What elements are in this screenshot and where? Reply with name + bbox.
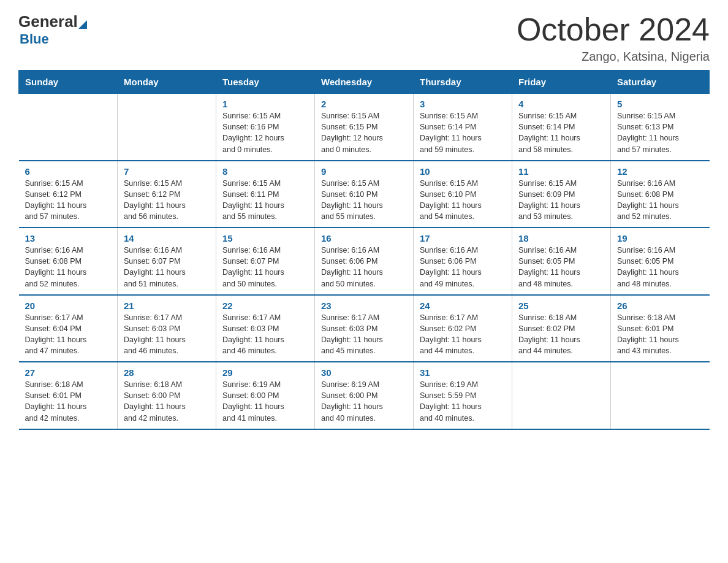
day-info: Sunrise: 6:17 AMSunset: 6:03 PMDaylight:… xyxy=(321,312,407,357)
day-info: Sunrise: 6:15 AMSunset: 6:15 PMDaylight:… xyxy=(321,110,407,155)
calendar-day-cell: 20Sunrise: 6:17 AMSunset: 6:04 PMDayligh… xyxy=(19,295,118,362)
calendar-header-row: SundayMondayTuesdayWednesdayThursdayFrid… xyxy=(19,71,710,94)
day-number: 11 xyxy=(518,166,604,177)
day-info: Sunrise: 6:15 AMSunset: 6:14 PMDaylight:… xyxy=(518,110,604,155)
day-number: 19 xyxy=(617,233,703,243)
day-of-week-header: Wednesday xyxy=(315,71,414,94)
calendar-day-cell: 28Sunrise: 6:18 AMSunset: 6:00 PMDayligh… xyxy=(118,362,216,429)
calendar-day-cell xyxy=(512,362,611,429)
day-of-week-header: Friday xyxy=(512,71,611,94)
day-info: Sunrise: 6:18 AMSunset: 6:01 PMDaylight:… xyxy=(617,312,703,357)
day-info: Sunrise: 6:16 AMSunset: 6:05 PMDaylight:… xyxy=(518,245,604,289)
calendar-title: October 2024 xyxy=(517,12,710,47)
calendar-day-cell: 29Sunrise: 6:19 AMSunset: 6:00 PMDayligh… xyxy=(216,362,315,429)
day-number: 30 xyxy=(321,367,407,378)
day-number: 4 xyxy=(518,99,604,109)
day-number: 3 xyxy=(420,99,506,109)
calendar-day-cell: 21Sunrise: 6:17 AMSunset: 6:03 PMDayligh… xyxy=(118,295,216,362)
day-info: Sunrise: 6:18 AMSunset: 6:01 PMDaylight:… xyxy=(25,379,112,424)
day-number: 9 xyxy=(321,166,407,177)
day-of-week-header: Sunday xyxy=(19,71,118,94)
day-info: Sunrise: 6:15 AMSunset: 6:12 PMDaylight:… xyxy=(25,178,112,223)
calendar-day-cell: 24Sunrise: 6:17 AMSunset: 6:02 PMDayligh… xyxy=(414,295,512,362)
svg-marker-0 xyxy=(78,20,87,29)
calendar-day-cell: 6Sunrise: 6:15 AMSunset: 6:12 PMDaylight… xyxy=(19,161,118,228)
calendar-day-cell: 16Sunrise: 6:16 AMSunset: 6:06 PMDayligh… xyxy=(315,228,414,295)
day-info: Sunrise: 6:15 AMSunset: 6:12 PMDaylight:… xyxy=(124,178,210,223)
day-info: Sunrise: 6:19 AMSunset: 6:00 PMDaylight:… xyxy=(321,379,407,424)
day-number: 8 xyxy=(222,166,308,177)
calendar-day-cell: 9Sunrise: 6:15 AMSunset: 6:10 PMDaylight… xyxy=(315,161,414,228)
day-number: 29 xyxy=(222,367,308,378)
logo: General Blue xyxy=(18,12,92,47)
day-number: 13 xyxy=(25,233,112,243)
title-block: October 2024 Zango, Katsina, Nigeria xyxy=(517,12,710,64)
calendar-week-row: 27Sunrise: 6:18 AMSunset: 6:01 PMDayligh… xyxy=(19,362,710,429)
calendar-day-cell: 18Sunrise: 6:16 AMSunset: 6:05 PMDayligh… xyxy=(512,228,611,295)
day-number: 26 xyxy=(617,301,703,311)
day-info: Sunrise: 6:16 AMSunset: 6:07 PMDaylight:… xyxy=(222,245,308,289)
day-number: 31 xyxy=(420,367,506,378)
day-number: 16 xyxy=(321,233,407,243)
day-number: 20 xyxy=(25,301,112,311)
day-info: Sunrise: 6:15 AMSunset: 6:10 PMDaylight:… xyxy=(321,178,407,223)
day-number: 27 xyxy=(25,367,112,378)
logo-triangle-icon xyxy=(78,15,92,29)
day-of-week-header: Monday xyxy=(118,71,216,94)
day-info: Sunrise: 6:19 AMSunset: 6:00 PMDaylight:… xyxy=(222,379,308,424)
day-number: 21 xyxy=(124,301,210,311)
day-number: 1 xyxy=(222,99,308,109)
page-header: General Blue October 2024 Zango, Katsina… xyxy=(18,12,710,64)
calendar-subtitle: Zango, Katsina, Nigeria xyxy=(517,50,710,64)
calendar-day-cell: 25Sunrise: 6:18 AMSunset: 6:02 PMDayligh… xyxy=(512,295,611,362)
calendar-day-cell: 11Sunrise: 6:15 AMSunset: 6:09 PMDayligh… xyxy=(512,161,611,228)
day-of-week-header: Tuesday xyxy=(216,71,315,94)
calendar-day-cell xyxy=(19,94,118,161)
day-number: 12 xyxy=(617,166,703,177)
day-info: Sunrise: 6:15 AMSunset: 6:16 PMDaylight:… xyxy=(222,110,308,155)
day-info: Sunrise: 6:16 AMSunset: 6:06 PMDaylight:… xyxy=(420,245,506,289)
day-info: Sunrise: 6:16 AMSunset: 6:06 PMDaylight:… xyxy=(321,245,407,289)
calendar-day-cell: 23Sunrise: 6:17 AMSunset: 6:03 PMDayligh… xyxy=(315,295,414,362)
day-info: Sunrise: 6:18 AMSunset: 6:00 PMDaylight:… xyxy=(124,379,210,424)
day-number: 18 xyxy=(518,233,604,243)
day-number: 15 xyxy=(222,233,308,243)
day-of-week-header: Thursday xyxy=(414,71,512,94)
calendar-day-cell: 10Sunrise: 6:15 AMSunset: 6:10 PMDayligh… xyxy=(414,161,512,228)
calendar-day-cell: 26Sunrise: 6:18 AMSunset: 6:01 PMDayligh… xyxy=(611,295,710,362)
logo-general: General xyxy=(18,12,78,31)
calendar-day-cell: 8Sunrise: 6:15 AMSunset: 6:11 PMDaylight… xyxy=(216,161,315,228)
day-of-week-header: Saturday xyxy=(611,71,710,94)
calendar-week-row: 13Sunrise: 6:16 AMSunset: 6:08 PMDayligh… xyxy=(19,228,710,295)
day-info: Sunrise: 6:16 AMSunset: 6:07 PMDaylight:… xyxy=(124,245,210,289)
calendar-day-cell: 3Sunrise: 6:15 AMSunset: 6:14 PMDaylight… xyxy=(414,94,512,161)
calendar-week-row: 1Sunrise: 6:15 AMSunset: 6:16 PMDaylight… xyxy=(19,94,710,161)
calendar-day-cell: 2Sunrise: 6:15 AMSunset: 6:15 PMDaylight… xyxy=(315,94,414,161)
day-info: Sunrise: 6:16 AMSunset: 6:08 PMDaylight:… xyxy=(617,178,703,223)
calendar-day-cell: 15Sunrise: 6:16 AMSunset: 6:07 PMDayligh… xyxy=(216,228,315,295)
calendar-day-cell: 4Sunrise: 6:15 AMSunset: 6:14 PMDaylight… xyxy=(512,94,611,161)
day-number: 23 xyxy=(321,301,407,311)
day-info: Sunrise: 6:17 AMSunset: 6:03 PMDaylight:… xyxy=(222,312,308,357)
calendar-day-cell: 30Sunrise: 6:19 AMSunset: 6:00 PMDayligh… xyxy=(315,362,414,429)
day-number: 5 xyxy=(617,99,703,109)
calendar-day-cell xyxy=(611,362,710,429)
day-number: 6 xyxy=(25,166,112,177)
day-info: Sunrise: 6:16 AMSunset: 6:05 PMDaylight:… xyxy=(617,245,703,289)
day-info: Sunrise: 6:15 AMSunset: 6:10 PMDaylight:… xyxy=(420,178,506,223)
calendar-day-cell xyxy=(118,94,216,161)
calendar-week-row: 6Sunrise: 6:15 AMSunset: 6:12 PMDaylight… xyxy=(19,161,710,228)
day-info: Sunrise: 6:17 AMSunset: 6:02 PMDaylight:… xyxy=(420,312,506,357)
logo-blue: Blue xyxy=(20,31,92,47)
calendar-day-cell: 7Sunrise: 6:15 AMSunset: 6:12 PMDaylight… xyxy=(118,161,216,228)
calendar-day-cell: 31Sunrise: 6:19 AMSunset: 5:59 PMDayligh… xyxy=(414,362,512,429)
calendar-day-cell: 27Sunrise: 6:18 AMSunset: 6:01 PMDayligh… xyxy=(19,362,118,429)
day-info: Sunrise: 6:17 AMSunset: 6:04 PMDaylight:… xyxy=(25,312,112,357)
day-info: Sunrise: 6:15 AMSunset: 6:14 PMDaylight:… xyxy=(420,110,506,155)
calendar-week-row: 20Sunrise: 6:17 AMSunset: 6:04 PMDayligh… xyxy=(19,295,710,362)
calendar-day-cell: 22Sunrise: 6:17 AMSunset: 6:03 PMDayligh… xyxy=(216,295,315,362)
day-number: 28 xyxy=(124,367,210,378)
day-info: Sunrise: 6:15 AMSunset: 6:13 PMDaylight:… xyxy=(617,110,703,155)
day-info: Sunrise: 6:17 AMSunset: 6:03 PMDaylight:… xyxy=(124,312,210,357)
day-number: 2 xyxy=(321,99,407,109)
